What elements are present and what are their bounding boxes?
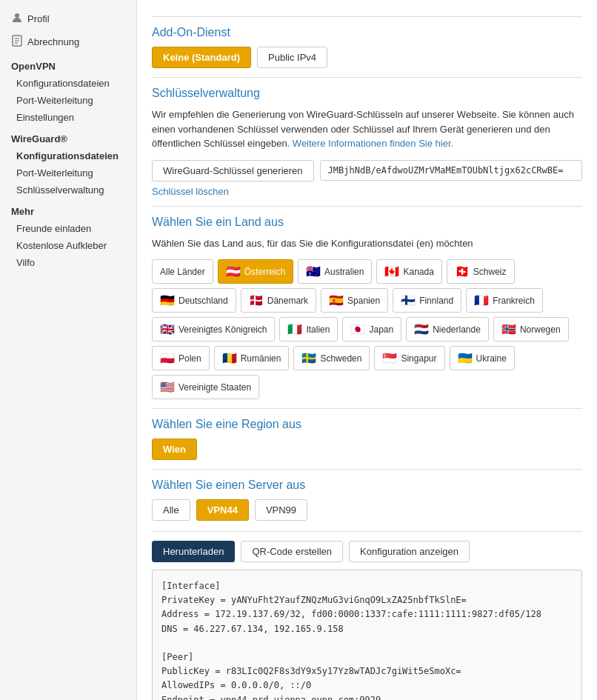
country-label: Niederlande <box>433 324 481 335</box>
country-btn-spanien[interactable]: 🇪🇸Spanien <box>321 288 388 313</box>
region-button-group: Wien <box>152 439 582 460</box>
flag-icon: 🇯🇵 <box>350 322 365 336</box>
country-label: Dänemark <box>267 296 308 306</box>
flag-icon: 🇩🇪 <box>160 293 175 307</box>
flag-icon: 🇵🇱 <box>160 351 175 365</box>
flag-icon: 🇮🇹 <box>287 322 302 336</box>
action-btn-1[interactable]: QR-Code erstellen <box>241 541 343 562</box>
country-btn-finnland[interactable]: 🇫🇮Finnland <box>393 288 461 313</box>
country-btn-dänemark[interactable]: 🇩🇰Dänemark <box>241 288 316 313</box>
country-section-title: Wählen Sie ein Land aus <box>152 216 582 229</box>
country-label: Deutschland <box>179 296 228 306</box>
country-btn-polen[interactable]: 🇵🇱Polen <box>152 346 210 370</box>
sidebar-item-openvpn-settings[interactable]: Einstellungen <box>0 109 136 126</box>
flag-icon: 🇬🇧 <box>160 322 175 336</box>
country-label: Vereinigte Staaten <box>179 382 251 393</box>
country-label: Japan <box>369 324 393 335</box>
flag-icon: 🇨🇭 <box>455 264 470 279</box>
country-btn-australien[interactable]: 🇦🇺Australien <box>298 259 372 284</box>
country-btn-norwegen[interactable]: 🇳🇴Norwegen <box>493 317 569 341</box>
sidebar-item-abrechnung[interactable]: Abrechnung <box>0 30 136 53</box>
country-grid: Alle Länder🇦🇹Österreich🇦🇺Australien🇨🇦Kan… <box>152 259 582 399</box>
country-label: Norwegen <box>520 324 561 335</box>
country-subtitle: Wählen Sie das Land aus, für das Sie die… <box>152 236 582 251</box>
flag-icon: 🇩🇰 <box>249 293 264 307</box>
country-label: Italien <box>306 324 330 335</box>
server-btn-vpn99[interactable]: VPN99 <box>255 499 307 521</box>
key-info-link[interactable]: Weitere Informationen finden Sie hier. <box>293 138 453 149</box>
sidebar-section-wireguard: WireGuard® <box>0 126 136 147</box>
sidebar-item-friends[interactable]: Freunde einladen <box>0 220 136 237</box>
flag-icon: 🇺🇦 <box>458 351 473 365</box>
country-label: Schweiz <box>473 267 507 277</box>
addon-btn-none[interactable]: Keine (Standard) <box>152 47 251 68</box>
sidebar-item-profil-label: Profil <box>27 13 50 24</box>
key-value-input[interactable] <box>320 160 582 181</box>
country-label: Polen <box>179 353 201 364</box>
key-description: Wir empfehlen die Generierung von WireGu… <box>152 107 582 151</box>
country-btn-vereinigtes-königreich[interactable]: 🇬🇧Vereinigtes Königreich <box>152 317 275 341</box>
country-label: Alle Länder <box>160 267 205 277</box>
sidebar-item-wireguard-portforward[interactable]: Port-Weiterleitung <box>0 164 136 181</box>
country-btn-niederlande[interactable]: 🇳🇱Niederlande <box>406 317 489 341</box>
flag-icon: 🇳🇱 <box>414 322 429 336</box>
generate-key-button[interactable]: WireGuard-Schlüssel generieren <box>152 160 314 181</box>
top-divider <box>152 16 582 17</box>
country-btn-rumänien[interactable]: 🇷🇴Rumänien <box>214 346 290 370</box>
country-label: Finnland <box>419 296 453 306</box>
flag-icon: 🇫🇷 <box>474 293 489 307</box>
sidebar-item-wireguard-config[interactable]: Konfigurationsdateien <box>0 147 136 164</box>
addon-btn-ipv4[interactable]: Public IPv4 <box>257 47 327 68</box>
country-btn-frankreich[interactable]: 🇫🇷Frankreich <box>466 288 543 313</box>
country-btn-kanada[interactable]: 🇨🇦Kanada <box>376 259 441 284</box>
flag-icon: 🇨🇦 <box>384 264 399 279</box>
country-btn-vereinigte-staaten[interactable]: 🇺🇸Vereinigte Staaten <box>152 375 259 399</box>
sidebar-section-openvpn: OpenVPN <box>0 53 136 75</box>
country-label: Singapur <box>401 353 436 364</box>
flag-icon: 🇫🇮 <box>401 293 416 307</box>
country-label: Australien <box>324 267 364 277</box>
sidebar-item-abrechnung-label: Abrechnung <box>27 36 79 47</box>
sidebar-section-mehr: Mehr <box>0 199 136 220</box>
server-btn-vpn44[interactable]: VPN44 <box>196 499 249 521</box>
delete-key-link[interactable]: Schlüssel löschen <box>152 186 229 197</box>
country-btn-deutschland[interactable]: 🇩🇪Deutschland <box>152 288 236 313</box>
country-btn-alle-länder[interactable]: Alle Länder <box>152 259 213 284</box>
country-btn-singapur[interactable]: 🇸🇬Singapur <box>374 346 444 370</box>
country-label: Österreich <box>244 267 285 277</box>
server-button-group: AlleVPN44VPN99 <box>152 499 582 521</box>
flag-icon: 🇸🇪 <box>301 351 316 365</box>
sidebar: Profil Abrechnung OpenVPN Konfigurations… <box>0 0 137 700</box>
sidebar-item-stickers[interactable]: Kostenlose Aufkleber <box>0 237 136 254</box>
receipt-icon <box>11 35 23 49</box>
flag-icon: 🇸🇬 <box>382 351 397 365</box>
sidebar-item-wireguard-keys[interactable]: Schlüsselverwaltung <box>0 181 136 199</box>
sidebar-item-openvpn-portforward[interactable]: Port-Weiterleitung <box>0 92 136 109</box>
country-btn-schweden[interactable]: 🇸🇪Schweden <box>293 346 370 370</box>
sidebar-item-openvpn-config[interactable]: Konfigurationsdateien <box>0 75 136 92</box>
key-input-row: WireGuard-Schlüssel generieren <box>152 160 582 181</box>
action-btn-0[interactable]: Herunterladen <box>152 541 235 562</box>
server-btn-alle[interactable]: Alle <box>152 499 190 521</box>
country-btn-italien[interactable]: 🇮🇹Italien <box>279 317 338 341</box>
country-label: Vereinigtes Königreich <box>179 324 267 335</box>
main-content: Add-On-Dienst Keine (Standard) Public IP… <box>137 0 597 700</box>
country-label: Kanada <box>403 267 433 277</box>
flag-icon: 🇷🇴 <box>222 351 237 365</box>
country-btn-schweiz[interactable]: 🇨🇭Schweiz <box>447 259 515 284</box>
action-btn-2[interactable]: Konfiguration anzeigen <box>349 541 470 562</box>
divider-3 <box>152 408 582 409</box>
country-label: Rumänien <box>241 353 281 364</box>
addon-button-group: Keine (Standard) Public IPv4 <box>152 47 582 68</box>
country-btn-ukraine[interactable]: 🇺🇦Ukraine <box>450 346 515 370</box>
person-icon <box>11 12 23 26</box>
sidebar-item-vilfo[interactable]: Vilfo <box>0 254 136 271</box>
flag-icon: 🇺🇸 <box>160 380 175 394</box>
region-btn-wien[interactable]: Wien <box>152 439 197 460</box>
country-btn-österreich[interactable]: 🇦🇹Österreich <box>218 259 293 284</box>
addon-section-title: Add-On-Dienst <box>152 26 582 39</box>
sidebar-item-profil[interactable]: Profil <box>0 7 136 30</box>
svg-point-0 <box>15 13 19 18</box>
flag-icon: 🇪🇸 <box>329 293 344 307</box>
country-btn-japan[interactable]: 🇯🇵Japan <box>342 317 401 341</box>
